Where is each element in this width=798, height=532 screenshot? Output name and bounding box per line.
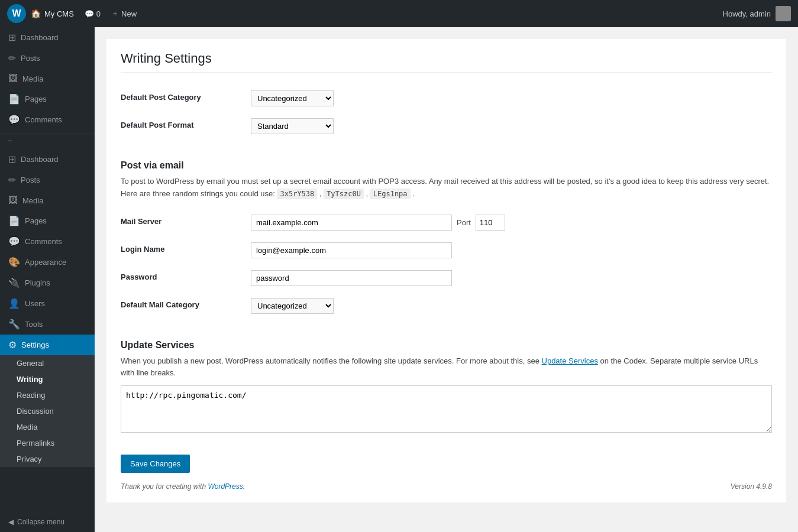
- sidebar-item-media[interactable]: 🖼 Media: [0, 190, 95, 210]
- update-services-desc-start: When you publish a new post, WordPress a…: [121, 356, 539, 365]
- tools-icon: 🔧: [8, 319, 20, 330]
- admin-bar: W 🏠 My CMS 💬 0 ＋ New Howdy, admin: [0, 0, 798, 27]
- howdy-text: Howdy, admin: [723, 9, 771, 18]
- home-icon: 🏠: [31, 9, 41, 18]
- pages-icon-top: 📄: [8, 93, 20, 105]
- page-title: Writing Settings: [121, 51, 772, 73]
- wp-footer: Thank you for creating with WordPress. V…: [121, 473, 772, 491]
- sidebar-item-settings[interactable]: ⚙ Settings: [0, 335, 95, 355]
- update-services-link[interactable]: Update Services: [542, 356, 598, 365]
- port-label: Port: [457, 218, 471, 227]
- new-label: New: [121, 9, 137, 18]
- save-changes-button[interactable]: Save Changes: [121, 455, 190, 473]
- sidebar-label-media: Media: [22, 196, 43, 205]
- footer-left: Thank you for creating with WordPress.: [121, 482, 245, 491]
- collapse-label: Collapse menu: [17, 518, 64, 526]
- sidebar-label-posts: Posts: [21, 176, 40, 184]
- content-wrap: Writing Settings Default Post Category U…: [106, 39, 786, 502]
- submenu-privacy[interactable]: Privacy: [0, 451, 95, 467]
- default-post-category-select[interactable]: Uncategorized: [251, 90, 334, 106]
- submenu-writing[interactable]: Writing: [0, 371, 95, 387]
- dashboard-icon: ⊞: [8, 32, 16, 43]
- password-input[interactable]: [251, 270, 452, 286]
- sidebar-label-users: Users: [25, 299, 45, 308]
- login-name-row: Login Name: [121, 236, 772, 264]
- default-post-category-label: Default Post Category: [121, 85, 251, 112]
- media-icon-top: 🖼: [8, 73, 18, 84]
- default-post-format-select[interactable]: Standard: [251, 118, 334, 134]
- password-label: Password: [121, 264, 251, 292]
- site-name-link[interactable]: 🏠 My CMS: [31, 9, 74, 18]
- posts-icon: ✏: [8, 174, 16, 186]
- collapse-menu-button[interactable]: ◀ Collapse menu: [0, 512, 95, 532]
- sidebar-label-comments-top: Comments: [25, 115, 62, 124]
- default-post-format-row: Default Post Format Standard: [121, 112, 772, 140]
- appearance-icon: 🎨: [8, 257, 20, 268]
- sidebar-label-media-top: Media: [22, 74, 43, 83]
- site-name: My CMS: [44, 9, 74, 18]
- users-icon: 👤: [8, 298, 20, 309]
- sidebar-item-users[interactable]: 👤 Users: [0, 293, 95, 314]
- default-mail-category-label: Default Mail Category: [121, 292, 251, 320]
- sidebar-item-appearance[interactable]: 🎨 Appearance: [0, 252, 95, 273]
- sidebar-label-dashboard-top: Dashboard: [21, 33, 59, 42]
- footer-thank-you: Thank you for creating with: [121, 482, 206, 491]
- submenu-reading[interactable]: Reading: [0, 387, 95, 403]
- sidebar-item-comments[interactable]: 💬 Comments: [0, 231, 95, 252]
- posts-icon-top: ✏: [8, 53, 16, 64]
- post-via-email-table: Mail Server Port Login Name: [121, 209, 772, 320]
- sidebar-label-dashboard: Dashboard: [21, 155, 59, 164]
- sidebar-label-posts-top: Posts: [21, 54, 40, 63]
- sidebar-item-tools[interactable]: 🔧 Tools: [0, 314, 95, 335]
- submenu-media[interactable]: Media: [0, 419, 95, 435]
- sidebar-item-plugins[interactable]: 🔌 Plugins: [0, 273, 95, 293]
- sidebar-label-appearance: Appearance: [25, 258, 66, 267]
- sidebar-item-comments-top[interactable]: 💬 Comments: [0, 109, 95, 130]
- new-content-link[interactable]: ＋ New: [111, 8, 137, 19]
- footer-wp-link[interactable]: WordPress: [208, 482, 243, 491]
- sidebar-item-posts[interactable]: ✏ Posts: [0, 170, 95, 190]
- sidebar-label-plugins: Plugins: [25, 278, 50, 287]
- submenu-general[interactable]: General: [0, 355, 95, 371]
- comments-link[interactable]: 💬 0: [85, 9, 101, 18]
- sidebar: ⊞ Dashboard ✏ Posts 🖼 Media 📄 Pages 💬 Co…: [0, 27, 95, 532]
- update-services-heading: Update Services: [121, 334, 772, 351]
- plus-icon: ＋: [111, 8, 119, 19]
- settings-icon: ⚙: [8, 339, 17, 351]
- port-input[interactable]: [476, 215, 505, 231]
- sidebar-item-posts-top[interactable]: ✏ Posts: [0, 48, 95, 69]
- mail-server-input[interactable]: [251, 215, 452, 231]
- sidebar-item-dashboard-top[interactable]: ⊞ Dashboard: [0, 27, 95, 48]
- basic-settings-table: Default Post Category Uncategorized Defa…: [121, 85, 772, 140]
- mail-server-label: Mail Server: [121, 209, 251, 236]
- sidebar-item-dashboard[interactable]: ⊞ Dashboard: [0, 149, 95, 170]
- random-string-3: LEgs1npa: [370, 189, 411, 199]
- default-post-category-row: Default Post Category Uncategorized: [121, 85, 772, 112]
- login-name-input[interactable]: [251, 242, 452, 258]
- post-via-email-desc-text: To post to WordPress by email you must s…: [121, 177, 769, 198]
- post-via-email-heading: Post via email: [121, 154, 772, 171]
- sidebar-item-pages[interactable]: 📄 Pages: [0, 210, 95, 231]
- wp-logo[interactable]: W: [7, 4, 26, 23]
- update-services-textarea[interactable]: http://rpc.pingomatic.com/: [121, 385, 772, 433]
- default-mail-category-select[interactable]: Uncategorized: [251, 298, 334, 314]
- sidebar-item-media-top[interactable]: 🖼 Media: [0, 69, 95, 89]
- password-row: Password: [121, 264, 772, 292]
- settings-submenu: General Writing Reading Discussion Media…: [0, 355, 95, 467]
- sidebar-item-pages-top[interactable]: 📄 Pages: [0, 89, 95, 109]
- comments-count: 0: [96, 9, 101, 18]
- pages-icon: 📄: [8, 215, 20, 226]
- submit-row: Save Changes: [121, 446, 772, 473]
- dashboard-icon-2: ⊞: [8, 154, 16, 165]
- collapse-arrow-icon: ◀: [8, 518, 14, 526]
- avatar[interactable]: [776, 6, 791, 21]
- sidebar-label-pages: Pages: [25, 216, 47, 225]
- submenu-discussion[interactable]: Discussion: [0, 403, 95, 419]
- post-via-email-desc: To post to WordPress by email you must s…: [121, 176, 772, 200]
- sidebar-label-tools: Tools: [25, 320, 43, 329]
- mail-server-group: Port: [251, 215, 772, 231]
- submenu-permalinks[interactable]: Permalinks: [0, 435, 95, 451]
- default-mail-category-row: Default Mail Category Uncategorized: [121, 292, 772, 320]
- separator-1: –: [0, 134, 95, 145]
- default-post-format-label: Default Post Format: [121, 112, 251, 140]
